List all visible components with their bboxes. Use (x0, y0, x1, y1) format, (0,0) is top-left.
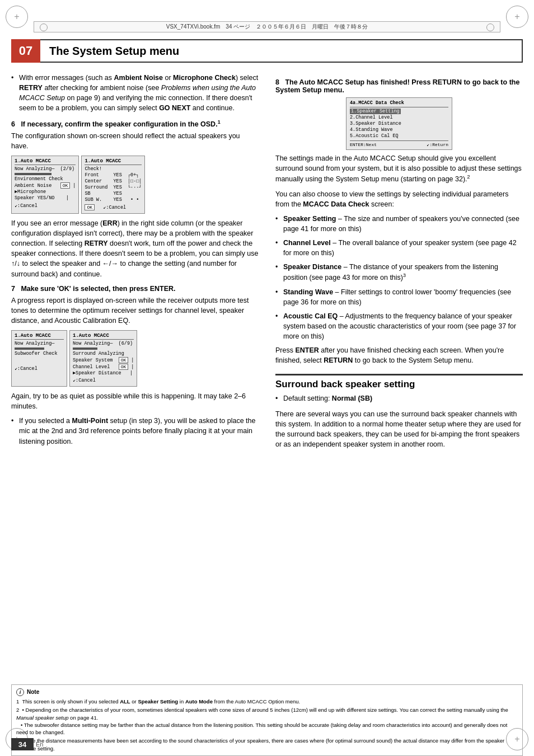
surround-default: Default setting: Normal (SB) (275, 393, 523, 403)
chapter-title-box: The System Setup menu (40, 39, 523, 63)
intro-para: The settings made in the Auto MCACC Setu… (275, 153, 523, 185)
corner-mark-tr (506, 6, 528, 28)
bullet-channel-level: Channel Level – The overall balance of y… (275, 238, 523, 258)
note-icon: i (16, 688, 24, 696)
surround-section-title: Surround back speaker setting (275, 379, 523, 390)
section-6-body: The configuration shown on-screen should… (11, 131, 259, 151)
display-row-1: 1.Auto MCACC Now Analyzing— (2/9) Enviro… (11, 156, 259, 214)
bullet-speaker-distance: Speaker Distance – The distance of your … (275, 262, 523, 283)
note-box: i Note 1 This screen is only shown if yo… (11, 684, 523, 756)
file-header: VSX_74TXVi.book.fm 34 ページ ２００５年６月６日 月曜日 … (34, 21, 500, 32)
section-divider (275, 374, 523, 375)
chapter-number: 07 (11, 39, 40, 63)
corner-mark-tl (6, 6, 28, 28)
display-box-2b: 1.Auto MCACC Now Analyzing— (6/9) Surrou… (69, 330, 137, 387)
chapter-header: 07 The System Setup menu (11, 39, 523, 63)
note-line-2: 2 • Depending on the characteristics of … (16, 706, 518, 736)
note-title: i Note (16, 688, 518, 696)
section-6-title: 6 If necessary, confirm the speaker conf… (11, 119, 259, 128)
bullet-multipoint: If you selected a Multi-Point setup (in … (11, 416, 259, 446)
display-box-2a: 1.Auto MCACC Now Analyzing— Subwoofer Ch… (11, 330, 67, 387)
page-lang: En (36, 738, 43, 750)
section-7-body: A progress report is displayed on-screen… (11, 295, 259, 326)
left-column: With error messages (such as Ambient Noi… (11, 73, 261, 711)
err-para: If you see an error message (ERR) in the… (11, 218, 259, 279)
page-number: 34 (11, 738, 34, 750)
note-line-1: 1 This screen is only shown if you selec… (16, 698, 518, 705)
surround-body: There are several ways you can use the s… (275, 409, 523, 450)
press-enter-para: Press ENTER after you have finished chec… (275, 345, 523, 365)
bullet-standing-wave: Standing Wave – Filter settings to contr… (275, 287, 523, 307)
section-7-title: 7 Make sure 'OK' is selected, then press… (11, 285, 259, 293)
filename-text: VSX_74TXVi.book.fm 34 ページ ２００５年６月６日 月曜日 … (166, 23, 368, 31)
mcacc-data-check-box: 4a.MCACC Data Check 1.Speaker Setting 2.… (346, 97, 452, 150)
right-column: 8 The Auto MCACC Setup has finished! Pre… (273, 73, 523, 711)
display-row-2: 1.Auto MCACC Now Analyzing— Subwoofer Ch… (11, 330, 259, 387)
again-para: Again, try to be as quiet as possible wh… (11, 391, 259, 411)
chapter-title: The System Setup menu (49, 45, 179, 58)
section-8-title: 8 The Auto MCACC Setup has finished! Pre… (275, 78, 523, 94)
bullet-ambient-noise: With error messages (such as Ambient Noi… (11, 73, 259, 114)
main-content: With error messages (such as Ambient Noi… (11, 73, 523, 711)
note-line-3: 3 Since the distance measurements have b… (16, 737, 518, 752)
display-box-1a: 1.Auto MCACC Now Analyzing— (2/9) Enviro… (11, 156, 79, 214)
bullet-acoustic-cal-eq: Acoustic Cal EQ – Adjustments to the fre… (275, 311, 523, 341)
bullet-speaker-setting: Speaker Setting – The size and number of… (275, 214, 523, 234)
choose-para: You can also choose to view the settings… (275, 189, 523, 209)
display-box-1b: 1.Auto MCACC Check! Front YES ┌0+┐ Cente… (81, 156, 145, 214)
